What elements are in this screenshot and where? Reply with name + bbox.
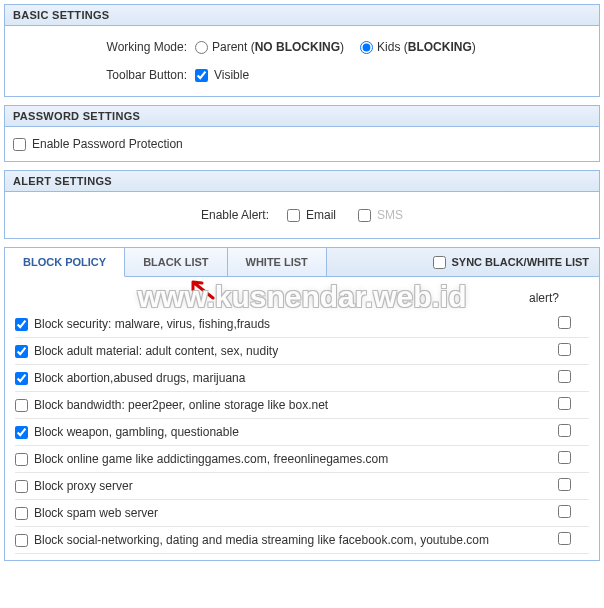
policy-checkbox[interactable] bbox=[15, 399, 28, 412]
policy-label: Block weapon, gambling, questionable bbox=[28, 425, 539, 439]
visible-label: Visible bbox=[214, 68, 249, 82]
basic-settings-panel: BASIC SETTINGS Working Mode: Parent (NO … bbox=[4, 4, 600, 97]
alert-settings-body: Enable Alert: Email SMS bbox=[5, 192, 599, 238]
parent-label: Parent (NO BLOCKING) bbox=[212, 40, 344, 54]
policy-alert-checkbox[interactable] bbox=[558, 397, 571, 410]
parent-radio[interactable] bbox=[195, 41, 208, 54]
enable-alert-label: Enable Alert: bbox=[201, 208, 269, 222]
policy-checkbox[interactable] bbox=[15, 318, 28, 331]
policy-checkbox[interactable] bbox=[15, 534, 28, 547]
policy-label: Block adult material: adult content, sex… bbox=[28, 344, 539, 358]
policy-label: Block bandwidth: peer2peer, online stora… bbox=[28, 398, 539, 412]
policy-checkbox[interactable] bbox=[15, 345, 28, 358]
password-settings-panel: PASSWORD SETTINGS Enable Password Protec… bbox=[4, 105, 600, 162]
policy-alert-checkbox[interactable] bbox=[558, 343, 571, 356]
password-settings-body: Enable Password Protection bbox=[5, 127, 599, 161]
policy-checkbox[interactable] bbox=[15, 372, 28, 385]
tab-block-policy[interactable]: BLOCK POLICY bbox=[5, 248, 125, 277]
block-tabs-panel: BLOCK POLICY BLACK LIST WHITE LIST SYNC … bbox=[4, 247, 600, 561]
policy-checkbox[interactable] bbox=[15, 507, 28, 520]
policy-alert-checkbox[interactable] bbox=[558, 451, 571, 464]
enable-password-checkbox[interactable] bbox=[13, 138, 26, 151]
policy-row: Block proxy server bbox=[15, 473, 589, 500]
policy-body: alert? Block security: malware, virus, f… bbox=[5, 277, 599, 560]
sync-checkbox[interactable] bbox=[433, 256, 446, 269]
kids-label: Kids (BLOCKING) bbox=[377, 40, 476, 54]
policy-alert-checkbox[interactable] bbox=[558, 424, 571, 437]
policy-row: Block social-networking, dating and medi… bbox=[15, 527, 589, 554]
tab-bar: BLOCK POLICY BLACK LIST WHITE LIST SYNC … bbox=[5, 248, 599, 277]
policy-row: Block online game like addictinggames.co… bbox=[15, 446, 589, 473]
basic-settings-header: BASIC SETTINGS bbox=[5, 5, 599, 26]
working-mode-row: Working Mode: Parent (NO BLOCKING) Kids … bbox=[17, 40, 587, 54]
working-mode-controls: Parent (NO BLOCKING) Kids (BLOCKING) bbox=[195, 40, 486, 54]
policy-row: Block adult material: adult content, sex… bbox=[15, 338, 589, 365]
enable-password-label: Enable Password Protection bbox=[32, 137, 183, 151]
policy-row: Block security: malware, virus, fishing,… bbox=[15, 311, 589, 338]
policy-label: Block security: malware, virus, fishing,… bbox=[28, 317, 539, 331]
policy-row: Block bandwidth: peer2peer, online stora… bbox=[15, 392, 589, 419]
policy-alert-checkbox[interactable] bbox=[558, 478, 571, 491]
policy-label: Block social-networking, dating and medi… bbox=[28, 533, 539, 547]
toolbar-row: Toolbar Button: Visible bbox=[17, 68, 587, 82]
working-mode-label: Working Mode: bbox=[17, 40, 195, 54]
tab-white-list[interactable]: WHITE LIST bbox=[228, 248, 327, 276]
basic-settings-body: Working Mode: Parent (NO BLOCKING) Kids … bbox=[5, 26, 599, 96]
password-settings-header: PASSWORD SETTINGS bbox=[5, 106, 599, 127]
sms-checkbox[interactable] bbox=[358, 209, 371, 222]
policy-alert-checkbox[interactable] bbox=[558, 532, 571, 545]
policy-alert-checkbox[interactable] bbox=[558, 505, 571, 518]
policy-row: Block spam web server bbox=[15, 500, 589, 527]
policy-checkbox[interactable] bbox=[15, 453, 28, 466]
sms-label: SMS bbox=[377, 208, 403, 222]
alert-header: alert? bbox=[15, 287, 589, 311]
policy-alert-checkbox[interactable] bbox=[558, 316, 571, 329]
policy-label: Block proxy server bbox=[28, 479, 539, 493]
alert-settings-panel: ALERT SETTINGS Enable Alert: Email SMS bbox=[4, 170, 600, 239]
policy-checkbox[interactable] bbox=[15, 480, 28, 493]
policy-label: Block spam web server bbox=[28, 506, 539, 520]
alert-settings-header: ALERT SETTINGS bbox=[5, 171, 599, 192]
tab-black-list[interactable]: BLACK LIST bbox=[125, 248, 227, 276]
sync-cell: SYNC BLACK/WHITE LIST bbox=[423, 248, 600, 276]
toolbar-controls: Visible bbox=[195, 68, 249, 82]
toolbar-label: Toolbar Button: bbox=[17, 68, 195, 82]
policy-row: Block abortion,abused drugs, marijuana bbox=[15, 365, 589, 392]
policy-label: Block online game like addictinggames.co… bbox=[28, 452, 539, 466]
policy-checkbox[interactable] bbox=[15, 426, 28, 439]
visible-checkbox[interactable] bbox=[195, 69, 208, 82]
sync-label: SYNC BLACK/WHITE LIST bbox=[452, 256, 590, 268]
email-checkbox[interactable] bbox=[287, 209, 300, 222]
email-label: Email bbox=[306, 208, 336, 222]
policy-label: Block abortion,abused drugs, marijuana bbox=[28, 371, 539, 385]
policy-alert-checkbox[interactable] bbox=[558, 370, 571, 383]
policy-row: Block weapon, gambling, questionable bbox=[15, 419, 589, 446]
kids-radio[interactable] bbox=[360, 41, 373, 54]
